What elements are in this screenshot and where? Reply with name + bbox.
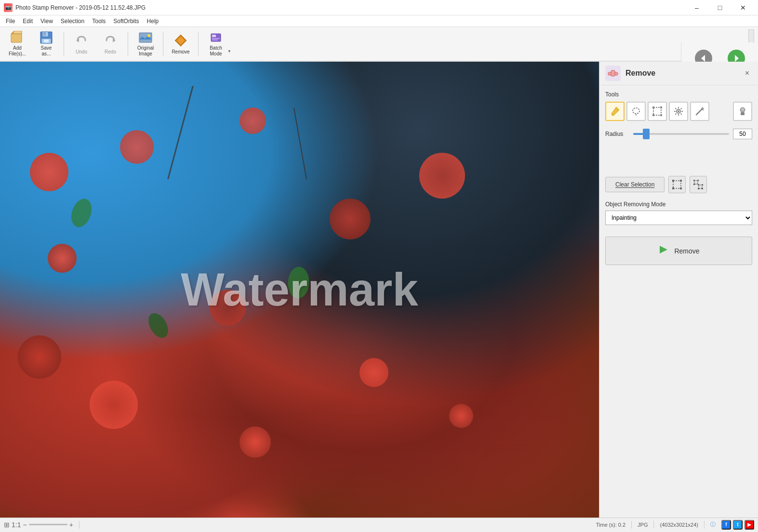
remove-toolbar-label: Remove xyxy=(172,49,189,55)
toolbox-panel: Remove × Tools xyxy=(599,62,758,518)
menu-tools[interactable]: Tools xyxy=(88,17,109,26)
batch-dropdown-arrow[interactable]: ▼ xyxy=(227,49,231,53)
svg-rect-29 xyxy=(660,114,662,116)
svg-rect-10 xyxy=(139,33,152,42)
remove-btn-arrow-icon xyxy=(658,244,669,258)
svg-rect-27 xyxy=(660,106,662,108)
clear-selection-row: Clear Selection xyxy=(605,176,752,193)
select-icon-btn-1[interactable] xyxy=(668,176,686,193)
settings-tool-button[interactable] xyxy=(669,102,688,121)
toolbox-header: Remove × xyxy=(599,62,758,85)
original-image-button[interactable]: Original Image xyxy=(132,28,159,59)
redo-button[interactable]: Redo xyxy=(97,28,124,59)
svg-rect-0 xyxy=(11,34,22,42)
zoom-out-button[interactable]: − xyxy=(23,521,27,529)
lasso-tool-button[interactable] xyxy=(626,102,646,121)
tools-section-label: Tools xyxy=(605,91,752,98)
svg-rect-16 xyxy=(212,38,220,39)
status-social-buttons: f t ▶ xyxy=(721,520,754,530)
minimize-button[interactable]: – xyxy=(686,0,708,15)
add-files-button[interactable]: Add File(s)... xyxy=(4,28,31,59)
svg-rect-26 xyxy=(652,106,654,108)
svg-marker-62 xyxy=(660,246,667,253)
zoom-slider[interactable] xyxy=(29,524,67,525)
remove-button[interactable]: Remove xyxy=(605,237,752,265)
brush-icon xyxy=(610,106,620,117)
lasso-icon xyxy=(631,106,641,117)
toolbox-title: Remove xyxy=(625,69,655,78)
svg-line-36 xyxy=(675,108,676,109)
undo-icon xyxy=(74,33,89,48)
menu-selection[interactable]: Selection xyxy=(57,17,88,26)
menu-softorbits[interactable]: SoftOrbits xyxy=(109,17,143,26)
undo-label: Undo xyxy=(76,49,87,55)
toolbox-spacer xyxy=(605,147,752,176)
clear-selection-button[interactable]: Clear Selection xyxy=(605,177,665,192)
svg-rect-15 xyxy=(212,35,216,37)
youtube-button[interactable]: ▶ xyxy=(745,520,754,530)
toolbar-separator-1 xyxy=(64,32,64,56)
rect-select-tool-button[interactable] xyxy=(648,102,667,121)
svg-marker-19 xyxy=(735,55,739,62)
window-controls: – □ ✕ xyxy=(686,0,754,15)
svg-rect-51 xyxy=(672,187,674,189)
original-image-label: Original Image xyxy=(137,45,154,57)
svg-rect-25 xyxy=(653,107,661,115)
facebook-button[interactable]: f xyxy=(721,520,731,530)
toolbar-separator-4 xyxy=(198,32,199,56)
svg-line-39 xyxy=(675,114,676,115)
wand-icon xyxy=(694,106,705,117)
maximize-button[interactable]: □ xyxy=(709,0,731,15)
radius-row: Radius xyxy=(605,129,752,139)
main-content: Watermark Remove × Tools xyxy=(0,62,758,518)
undo-button[interactable]: Undo xyxy=(68,28,95,59)
remove-toolbar-button[interactable]: Remove xyxy=(167,28,194,59)
zoom-fit-button[interactable]: ⊞ xyxy=(4,521,10,529)
svg-rect-59 xyxy=(702,184,703,186)
status-separator-3 xyxy=(653,521,654,529)
svg-rect-57 xyxy=(693,184,695,185)
menu-file[interactable]: File xyxy=(2,17,19,26)
svg-line-43 xyxy=(703,108,704,109)
svg-line-38 xyxy=(681,108,682,109)
svg-point-31 xyxy=(678,110,679,112)
menu-view[interactable]: View xyxy=(37,17,57,26)
svg-rect-28 xyxy=(652,114,654,116)
svg-rect-46 xyxy=(741,112,745,115)
canvas-area[interactable]: Watermark xyxy=(0,62,599,518)
toolbar-separator-3 xyxy=(163,32,163,56)
save-as-label: Save as... xyxy=(41,45,52,57)
svg-line-37 xyxy=(681,114,682,115)
svg-rect-7 xyxy=(44,40,49,42)
remove-button-label: Remove xyxy=(674,247,699,255)
wand-tool-button[interactable] xyxy=(690,102,709,121)
menu-edit[interactable]: Edit xyxy=(19,17,37,26)
twitter-button[interactable]: t xyxy=(733,520,743,530)
toolbox-close-button[interactable]: × xyxy=(742,68,752,79)
batch-mode-icon xyxy=(208,31,224,44)
save-as-button[interactable]: Save as... xyxy=(33,28,60,59)
radius-label: Radius xyxy=(605,131,629,137)
svg-rect-53 xyxy=(694,181,698,184)
svg-rect-17 xyxy=(212,40,218,40)
status-dimensions: (4032x3021x24) xyxy=(660,522,698,528)
object-removing-mode-select[interactable]: Inpainting Texture Synthesis Simple Blur xyxy=(605,211,752,225)
add-files-icon xyxy=(10,31,25,44)
radius-slider[interactable] xyxy=(633,133,729,135)
toolbar: Add File(s)... Save as... xyxy=(0,27,758,62)
radius-value-input[interactable] xyxy=(733,129,752,139)
batch-mode-button[interactable]: Batch Mode xyxy=(202,28,229,59)
window-title: Photo Stamp Remover - 2019-05-12 11.52.4… xyxy=(15,4,686,11)
menu-help[interactable]: Help xyxy=(143,17,163,26)
svg-rect-5 xyxy=(43,32,46,36)
svg-rect-49 xyxy=(672,180,674,182)
stamp-tool-button[interactable] xyxy=(733,102,752,121)
svg-line-40 xyxy=(696,109,702,115)
svg-rect-58 xyxy=(698,184,699,186)
zoom-in-button[interactable]: + xyxy=(69,521,73,529)
app-icon: 📷 xyxy=(4,3,13,12)
close-button[interactable]: ✕ xyxy=(732,0,754,15)
brush-tool-button[interactable] xyxy=(605,102,625,121)
select-icon-btn-2[interactable] xyxy=(690,176,707,193)
status-separator-4 xyxy=(704,521,705,529)
